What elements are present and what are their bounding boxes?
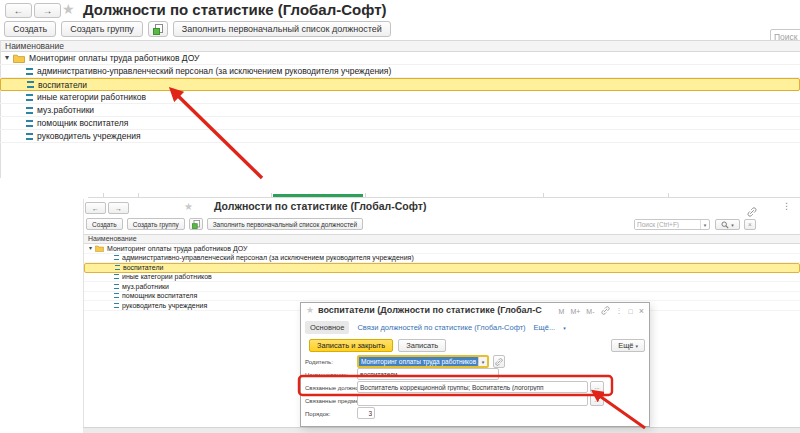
tree-row[interactable]: административно-управленческий персонал … xyxy=(0,65,800,78)
tree-row[interactable]: помощник воспитателя xyxy=(84,292,800,302)
name-field[interactable] xyxy=(357,368,499,380)
tree-row-group[interactable]: ▾ Мониторинг оплаты труда работников ДОУ xyxy=(84,244,800,254)
copy-link-button[interactable] xyxy=(601,306,610,316)
memory-minus-button[interactable]: М- xyxy=(586,308,594,315)
memory-button[interactable]: М xyxy=(559,308,565,315)
tab-separator xyxy=(103,193,104,198)
save-button[interactable]: Записать xyxy=(398,339,446,352)
list-window-large: ← → ★ Должности по статистике (Глобал-Со… xyxy=(0,0,800,180)
tree-row[interactable]: муз.работники xyxy=(0,104,800,117)
dialog-actions: Записать и закрыть Записать xyxy=(309,339,446,352)
chevron-down-icon[interactable]: ▾ xyxy=(700,220,709,229)
positions-tree: ▾ Мониторинг оплаты труда работников ДОУ… xyxy=(0,52,800,152)
forward-icon: → xyxy=(115,205,122,212)
parent-field[interactable]: Мониторинг оплаты труда работников ДОУ ▾ xyxy=(357,355,489,368)
more-menu-button[interactable]: ⋮ xyxy=(616,307,623,315)
more-actions-button[interactable]: Ещё ▾ xyxy=(611,339,645,352)
tree-row-label: руководитель учреждения xyxy=(122,302,207,309)
chevron-down-icon: ▾ xyxy=(563,325,566,331)
tab-more[interactable]: Ещё... xyxy=(534,323,556,332)
tree-row-group[interactable]: ▾ Мониторинг оплаты труда работников ДОУ xyxy=(0,52,800,65)
back-icon: ← xyxy=(92,205,99,212)
order-field-label: Порядок: xyxy=(305,411,330,417)
document-copy-icon xyxy=(192,220,200,229)
fill-initial-list-button[interactable]: Заполнить первоначальный список должност… xyxy=(207,218,363,230)
chain-link-icon xyxy=(601,306,610,315)
page-title: Должности по статистике (Глобал-Софт) xyxy=(83,1,386,18)
list-toolbar: Создать Создать группу Заполнить первона… xyxy=(4,21,391,37)
tree-row[interactable]: иные категории работников xyxy=(84,273,800,283)
element-icon xyxy=(114,274,119,279)
search-settings-button[interactable]: ▾ xyxy=(715,219,740,230)
tree-row-selected[interactable]: воспитатели xyxy=(0,78,800,91)
tree-row-label: воспитатели xyxy=(123,264,163,271)
more-actions-label: Ещё xyxy=(618,341,633,350)
create-button[interactable]: Создать xyxy=(4,21,56,37)
order-field[interactable] xyxy=(357,407,375,419)
element-icon xyxy=(27,81,34,88)
element-icon xyxy=(115,265,120,270)
create-group-button[interactable]: Создать группу xyxy=(61,21,143,37)
dialog-window-controls: М М+ М- ⋮ □ × xyxy=(559,306,644,316)
back-button[interactable]: ← xyxy=(85,202,106,214)
ellipsis-icon: ... xyxy=(594,384,599,390)
related-positions-field[interactable] xyxy=(357,381,588,393)
expander-icon[interactable]: ▾ xyxy=(89,245,92,251)
tree-row[interactable]: административно-управленческий персонал … xyxy=(84,254,800,264)
search-input[interactable] xyxy=(635,220,700,229)
tree-row-selected[interactable]: воспитатели xyxy=(84,263,800,273)
folder-icon xyxy=(13,54,25,63)
element-icon xyxy=(26,107,33,114)
tab-main[interactable]: Основное xyxy=(305,321,349,334)
tab-separator xyxy=(543,193,544,198)
back-icon: ← xyxy=(14,5,24,16)
element-icon xyxy=(114,303,119,308)
chain-link-icon xyxy=(495,358,503,366)
favorite-star-icon[interactable]: ★ xyxy=(184,201,193,212)
related-subjects-choose-button[interactable]: ... xyxy=(590,394,604,406)
create-button[interactable]: Создать xyxy=(86,218,123,230)
nav-buttons: ← → xyxy=(5,3,61,18)
back-button[interactable]: ← xyxy=(5,3,32,18)
clear-search-button[interactable]: × xyxy=(744,219,756,230)
tab-separator xyxy=(138,193,139,198)
tree-row-label: Мониторинг оплаты труда работников ДОУ xyxy=(107,245,247,252)
column-header-label: Наименование xyxy=(5,41,64,51)
favorite-star-icon[interactable]: ★ xyxy=(306,305,314,315)
element-icon xyxy=(26,94,33,101)
tree-row[interactable]: руководитель учреждения xyxy=(0,130,800,143)
related-subjects-field[interactable] xyxy=(357,394,588,406)
element-icon xyxy=(114,255,119,260)
open-parent-button[interactable] xyxy=(493,355,505,368)
copy-element-button[interactable] xyxy=(189,218,203,230)
close-button[interactable]: × xyxy=(639,306,644,316)
favorite-star-icon[interactable]: ★ xyxy=(62,1,75,17)
tree-row-label: Мониторинг оплаты труда работников ДОУ xyxy=(29,53,199,63)
forward-button[interactable]: → xyxy=(108,202,129,214)
forward-button[interactable]: → xyxy=(34,3,61,18)
save-and-close-button[interactable]: Записать и закрыть xyxy=(309,339,393,352)
chevron-down-icon: ▾ xyxy=(635,343,638,349)
fill-initial-list-button[interactable]: Заполнить первоначальный список должност… xyxy=(173,21,391,37)
tree-row[interactable]: муз.работники xyxy=(84,282,800,292)
column-header[interactable]: Наименование xyxy=(84,234,800,244)
tab-relations[interactable]: Связи должностей по статистике (Глобал-С… xyxy=(357,323,525,332)
create-group-button[interactable]: Создать группу xyxy=(127,218,185,230)
expander-icon[interactable]: ▾ xyxy=(5,54,9,62)
tree-row[interactable]: помощник воспитателя xyxy=(0,117,800,130)
column-header[interactable]: Наименование xyxy=(0,40,800,52)
maximize-button[interactable]: □ xyxy=(629,308,633,315)
parent-field-label: Родитель: xyxy=(305,359,333,365)
copy-element-button[interactable] xyxy=(148,21,168,37)
more-menu-button[interactable]: ⋮ xyxy=(782,201,791,211)
tree-row[interactable]: иные категории работников xyxy=(0,91,800,104)
close-icon: × xyxy=(748,221,752,228)
chevron-down-icon[interactable]: ▾ xyxy=(478,357,487,366)
memory-plus-button[interactable]: М+ xyxy=(570,308,580,315)
chevron-down-icon: ▾ xyxy=(731,222,734,228)
related-positions-choose-button[interactable]: ... xyxy=(590,381,604,393)
tree-row-label: руководитель учреждения xyxy=(37,131,141,141)
active-tab-indicator xyxy=(273,194,363,197)
element-icon xyxy=(114,293,119,298)
tree-row-label: административно-управленческий персонал … xyxy=(37,66,391,76)
